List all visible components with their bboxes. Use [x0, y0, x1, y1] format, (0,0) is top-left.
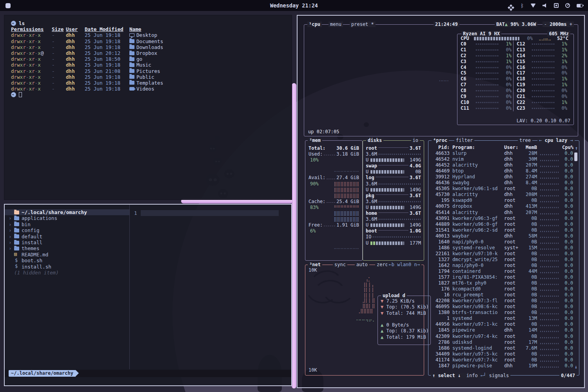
process-row[interactable]: 31541 kworker/u96:2-sd root 0B 0.0 [428, 227, 579, 233]
process-row[interactable]: 45305 kworker/u96:1-sd root 0B 0.0 [428, 186, 579, 192]
process-cpu-graph [540, 219, 560, 220]
tree-root-item[interactable]: ~/.local/share/omarchy [5, 209, 129, 215]
net-auto-toggle[interactable]: auto [355, 262, 369, 267]
tree-item[interactable]: › bin [5, 221, 129, 227]
gauge-icon[interactable] [565, 3, 570, 8]
process-row[interactable]: 1642 napi/phy0-0 root 0B 0.0 [428, 263, 579, 269]
process-memory: 207M [522, 162, 537, 168]
process-row[interactable]: 46542 nvim dhh 30M 0.0 [428, 156, 579, 162]
process-row[interactable]: 1640 napi/phy0-0 root 0B 0.0 [428, 239, 579, 245]
process-row[interactable]: 34409 kworker/u97:5-kc root 0B 0.0 [428, 351, 579, 357]
process-row[interactable]: 42309 kworker/u97:4-kc root 0B 0.0 [428, 334, 579, 339]
process-pid: 1640 [432, 239, 450, 245]
menu-button[interactable]: menu [328, 22, 343, 27]
wifi-icon[interactable] [530, 4, 536, 8]
disk-size: 3.6T [410, 211, 421, 216]
tab-cpu[interactable]: ¹cpu [307, 22, 322, 27]
volume-icon[interactable] [543, 4, 547, 8]
btop-window[interactable]: ¹cpu menu preset * 21:24:49 BAT▲ 98% 3.0… [297, 15, 585, 388]
process-name: kworker/u97:7-kc [452, 357, 504, 363]
net-interface-switcher[interactable]: ←b wlan0 n→ [387, 262, 421, 267]
core-graph [476, 78, 499, 80]
process-name: alacritty [452, 162, 504, 168]
date-modified: 25 Jun 19:18 [85, 62, 129, 68]
process-user: dhh [504, 162, 522, 168]
disk-size: 3.6T [410, 193, 421, 199]
process-row[interactable]: 1486 systemd-resolve syst+ 15M 0.0 [428, 245, 579, 251]
process-row[interactable]: 1380 btrfs-transactio root 0B 0.0 [428, 310, 579, 316]
process-row[interactable]: 45730 alacritty dhh 208M 0.0 [428, 192, 579, 198]
process-row[interactable]: 46436 swaybg dhh 8.4M 0.0 [428, 180, 579, 186]
process-row[interactable]: 41174 kworker/u97:7-kc root 0B 0.0 [428, 357, 579, 363]
net-sync-toggle[interactable]: sync [333, 262, 347, 267]
process-row[interactable]: 46469 btop dhh 8.4M 0.0 [428, 168, 579, 174]
process-row[interactable]: 40013 waybar dhh 58M 0.0 [428, 233, 579, 239]
refresh-interval-control[interactable]: - 2000ms + [543, 22, 574, 27]
tree-item[interactable]: › default [5, 234, 129, 240]
process-row[interactable]: 22161 kworker/u97:10-k root 0B 0.0 [428, 251, 579, 257]
process-memory: 208M [522, 192, 537, 198]
process-row[interactable]: 1 systemd root 13M 0.0 [428, 316, 579, 321]
process-name: systemd-logind [452, 345, 504, 351]
tree-item[interactable]: install.sh [5, 264, 129, 270]
process-row[interactable]: 44889 kworker/u96:0-gf root 0B 0.0 [428, 221, 579, 227]
process-cpu-graph [540, 337, 560, 338]
process-row[interactable]: 1577 irq/81-PIXA3854: root 0B 0.0 [428, 274, 579, 280]
info-key[interactable]: info [466, 373, 478, 378]
select-keys[interactable]: ↑ select ↓ [432, 373, 461, 378]
process-row[interactable]: 16 rcu_preempt root 0B 0.0 [428, 292, 579, 298]
proc-scrollbar-thumb[interactable] [574, 152, 577, 161]
preset-button[interactable]: preset * [350, 22, 376, 27]
tree-item[interactable]: boot.sh [5, 258, 129, 263]
process-row[interactable]: 45414 alacritty dhh 207M 0.0 [428, 210, 579, 216]
dropbox-icon[interactable] [510, 4, 512, 7]
battery-icon[interactable] [577, 4, 583, 7]
process-user: root [504, 316, 522, 321]
core-percent: 0% [501, 65, 512, 71]
tab-net[interactable]: ³net [308, 262, 322, 267]
process-row[interactable]: 1847 pipewire-pulse dhh 19M 0.0 [428, 363, 579, 369]
process-user: root [504, 292, 522, 298]
pane-divider[interactable] [129, 205, 130, 369]
signals-key[interactable]: signals [489, 373, 509, 378]
proc-tree-toggle[interactable]: tree [518, 138, 532, 143]
cpu-monitor-icon[interactable] [554, 3, 559, 8]
process-row[interactable]: 44956 kworker/u97:1-kc root 0B 0.0 [428, 321, 579, 327]
disks-io-toggle[interactable]: io [411, 138, 420, 143]
process-row[interactable]: 1845 pipewire dhh 14M 0.0 [428, 327, 579, 333]
process-row[interactable]: 176 kcompactd0 root 0B 0.0 [428, 286, 579, 292]
tree-item[interactable]: › install [5, 240, 129, 245]
proc-filter-button[interactable]: filter [454, 138, 474, 143]
process-row[interactable]: 43091 kworker/u96:3-gf root 0B 0.0 [428, 216, 579, 221]
tab-mem[interactable]: ²mem [308, 138, 322, 143]
terminal-window-ls[interactable]: ls Permissions Size User Date Modified N… [4, 15, 292, 200]
proc-sort-selector[interactable]: ← cpu lazy → [537, 138, 575, 143]
process-row[interactable]: 46633 slurp dhh 28M 0.0 [428, 151, 579, 156]
process-row[interactable]: 1686 systemd-logind root 7.6M 0.0 [428, 345, 579, 351]
process-row[interactable]: 1827 mt76-tx phy0 root 0B 0.0 [428, 280, 579, 286]
process-row[interactable]: 1794 containerd root 44M 0.0 [428, 269, 579, 274]
process-row[interactable]: 39912 Hyprland dhh 274M 0.0 [428, 174, 579, 180]
tree-item[interactable]: › config [5, 227, 129, 233]
tree-item[interactable]: › themes [5, 245, 129, 251]
process-row[interactable]: 40075 dropbox dhh 413M 0.0 [428, 203, 579, 209]
process-row[interactable]: 42208 kworker/u97:3-fl root 0B 0.0 [428, 298, 579, 304]
process-row[interactable]: 46452 alacritty dhh 207M 0.0 [428, 162, 579, 168]
process-row[interactable]: 1327 dmcrypt_write/25 root 0B 0.0 [428, 257, 579, 263]
scroll-down-icon[interactable]: ↓ [575, 364, 577, 370]
process-row[interactable]: 195 kswapd0 root 0B 0.0 [428, 198, 579, 203]
tree-root-path: ~/.local/share/omarchy [22, 209, 87, 215]
process-row[interactable]: 46095 kworker/u98:6-kc root 0B 0.0 [428, 304, 579, 310]
prompt-line-empty[interactable] [11, 92, 292, 98]
bluetooth-icon[interactable]: ᛒ [521, 3, 524, 8]
process-row[interactable]: 2786 udisksd root 17M 0.0 [428, 339, 579, 345]
tree-item[interactable]: › applications [5, 215, 129, 221]
editor-window-nvim[interactable]: ~/.local/share/omarchy › applications › … [4, 204, 292, 386]
tab-proc[interactable]: ⁴proc [432, 138, 449, 143]
disk-name: root [366, 145, 377, 151]
size: - [52, 38, 66, 44]
core-graph [532, 102, 555, 103]
tree-item[interactable]: README.md [5, 252, 129, 258]
scroll-up-icon[interactable]: ↑ [575, 145, 578, 151]
core-name: C0 [461, 41, 474, 47]
